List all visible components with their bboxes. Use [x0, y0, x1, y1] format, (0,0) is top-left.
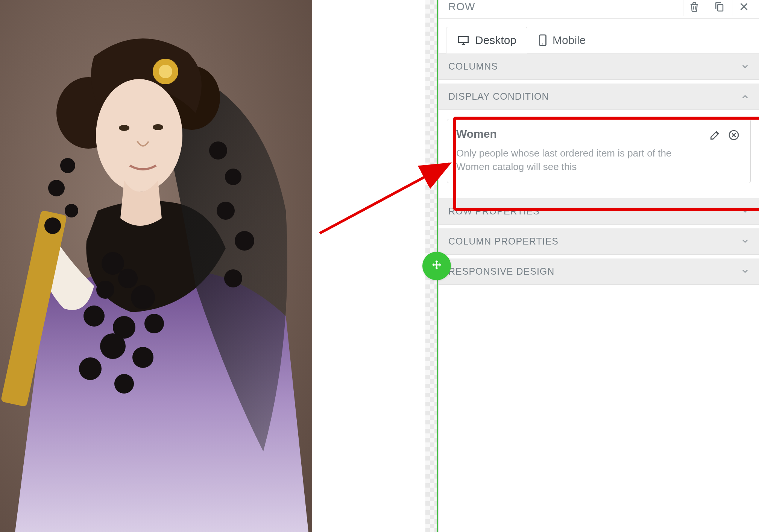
svg-point-21: [48, 180, 65, 196]
section-column-properties-label: COLUMN PROPERTIES: [448, 236, 559, 247]
chevron-down-icon: [741, 267, 749, 275]
section-columns-label: COLUMNS: [448, 61, 498, 72]
svg-point-19: [114, 374, 134, 394]
tab-mobile[interactable]: Mobile: [527, 27, 597, 53]
svg-point-30: [542, 44, 543, 45]
tab-mobile-label: Mobile: [553, 34, 586, 47]
section-display-condition-body: Women Only people whose last ordered ite…: [439, 110, 759, 195]
svg-point-26: [217, 202, 235, 220]
properties-sidebar: ROW Desktop Mobile COLUMNS DISPLAY CONDI…: [438, 0, 759, 532]
section-responsive-design[interactable]: RESPONSIVE DESIGN: [439, 258, 759, 285]
chevron-up-icon: [741, 93, 749, 101]
svg-point-27: [235, 231, 254, 251]
svg-point-17: [132, 347, 153, 368]
svg-point-13: [83, 306, 105, 327]
pencil-icon: [709, 129, 721, 141]
mobile-icon: [538, 34, 547, 47]
condition-title: Women: [456, 128, 497, 140]
svg-point-18: [79, 357, 102, 380]
svg-point-5: [96, 79, 182, 192]
canvas-image: [0, 0, 312, 532]
svg-point-7: [153, 124, 163, 130]
move-icon: [430, 259, 443, 273]
chevron-down-icon: [741, 207, 749, 215]
condition-description: Only people whose last ordered item is p…: [456, 146, 689, 174]
close-circle-icon: [728, 129, 740, 141]
section-column-properties[interactable]: COLUMN PROPERTIES: [439, 228, 759, 255]
svg-point-16: [100, 333, 126, 359]
section-display-condition-label: DISPLAY CONDITION: [448, 91, 549, 102]
section-row-properties-label: ROW PROPERTIES: [448, 206, 540, 217]
row-move-handle[interactable]: [422, 252, 451, 280]
svg-point-28: [224, 269, 242, 287]
section-display-condition[interactable]: DISPLAY CONDITION: [439, 84, 759, 110]
svg-point-25: [225, 169, 241, 185]
svg-point-11: [96, 281, 114, 299]
tab-desktop[interactable]: Desktop: [446, 27, 527, 53]
chevron-down-icon: [741, 62, 749, 71]
svg-point-22: [65, 204, 78, 217]
duplicate-row-button[interactable]: [708, 0, 730, 16]
accordion: COLUMNS DISPLAY CONDITION Women: [439, 53, 759, 285]
svg-point-4: [159, 65, 172, 78]
svg-point-24: [209, 141, 227, 160]
section-row-properties[interactable]: ROW PROPERTIES: [439, 198, 759, 225]
section-columns[interactable]: COLUMNS: [439, 53, 759, 80]
delete-row-button[interactable]: [683, 0, 705, 16]
close-icon: [739, 2, 749, 12]
editor-canvas[interactable]: [0, 0, 438, 532]
section-responsive-design-label: RESPONSIVE DESIGN: [448, 266, 554, 277]
edit-condition-button[interactable]: [707, 128, 723, 143]
trash-icon: [689, 1, 700, 12]
svg-point-20: [60, 158, 75, 173]
sidebar-header: ROW: [439, 0, 759, 19]
svg-point-9: [102, 252, 124, 275]
svg-point-15: [144, 314, 164, 333]
svg-point-23: [44, 217, 61, 234]
svg-point-12: [131, 285, 155, 309]
desktop-icon: [457, 34, 470, 47]
svg-point-6: [119, 125, 129, 131]
display-condition-card: Women Only people whose last ordered ite…: [447, 119, 751, 183]
chevron-down-icon: [741, 237, 749, 245]
sidebar-title: ROW: [448, 1, 680, 13]
tab-desktop-label: Desktop: [475, 34, 516, 47]
copy-icon: [713, 1, 725, 12]
remove-condition-button[interactable]: [726, 128, 741, 143]
close-sidebar-button[interactable]: [733, 0, 754, 16]
device-tabs: Desktop Mobile: [439, 19, 759, 53]
svg-point-10: [118, 269, 138, 288]
